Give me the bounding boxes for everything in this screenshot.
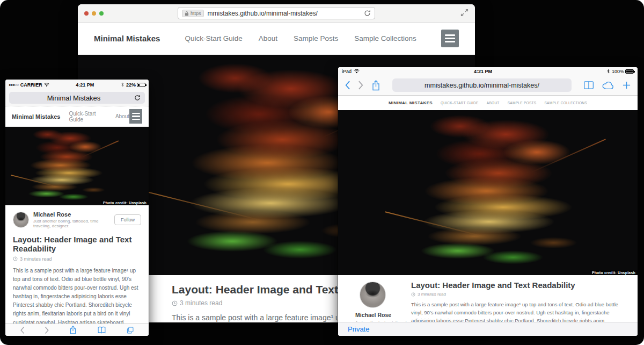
nav-sample-posts[interactable]: Sample Posts xyxy=(294,34,338,42)
avatar xyxy=(360,282,386,308)
site-masthead: Minimal Mistakes Quick-Start Guide About xyxy=(5,106,149,127)
nav-sample-collections[interactable]: Sample Collections xyxy=(544,101,587,105)
photo-credit: Photo credit: Unsplash xyxy=(590,270,638,275)
read-time: 3 minutes read xyxy=(180,299,222,307)
author-name: Michael Rose xyxy=(355,312,409,318)
lock-icon xyxy=(185,11,189,16)
battery-icon xyxy=(625,69,634,74)
post-title: Layout: Header Image and Text Readabilit… xyxy=(411,281,621,290)
nav-sample-posts[interactable]: Sample Posts xyxy=(508,101,537,105)
photo-credit: Photo credit: Unsplash xyxy=(101,200,149,205)
site-nav: Quick-Start Guide About Sample Posts Sam… xyxy=(185,34,416,42)
read-time: 3 minutes read xyxy=(418,292,446,297)
bluetooth-icon xyxy=(121,82,125,87)
signal-dots-icon: ●●●○○ xyxy=(9,83,19,87)
post-meta: 3 minutes read xyxy=(13,256,141,262)
refresh-icon[interactable] xyxy=(134,95,141,101)
post-meta: 3 minutes read xyxy=(411,292,621,297)
url-text: mmistakes.github.io/minimal-mistakes/ xyxy=(208,10,360,17)
window-controls xyxy=(84,11,104,16)
zoom-window-button[interactable] xyxy=(99,11,104,16)
autumn-leaves-photo xyxy=(5,128,123,205)
nav-quick-start-guide[interactable]: Quick-Start Guide xyxy=(69,111,106,123)
author-row: Michael Rose Just another boring, tattoo… xyxy=(13,211,141,228)
reading-list-icon[interactable] xyxy=(583,81,594,90)
minimize-window-button[interactable] xyxy=(92,11,96,16)
battery-icon xyxy=(137,83,145,87)
ipad-device: iPad 4:21 PM 100% mmistakes.github.io/mi… xyxy=(338,67,638,336)
https-badge: https xyxy=(182,10,204,17)
clock-icon xyxy=(411,292,415,297)
share-icon[interactable] xyxy=(69,325,77,335)
https-label: https xyxy=(191,11,201,16)
header-image: Photo credit: Unsplash xyxy=(5,127,149,205)
site-masthead: Minimal Mistakes Quick-Start Guide About… xyxy=(338,96,638,110)
battery-percent: 100% xyxy=(612,69,624,74)
forward-icon[interactable] xyxy=(358,80,364,90)
browser-chrome: https mmistakes.github.io/minimal-mistak… xyxy=(78,4,475,23)
battery-percent: 22% xyxy=(126,82,136,88)
header-image: Photo credit: Unsplash xyxy=(338,110,638,275)
nav-about[interactable]: About xyxy=(259,34,277,42)
back-icon[interactable] xyxy=(20,326,25,334)
forward-icon[interactable] xyxy=(45,326,49,334)
bookmarks-icon[interactable] xyxy=(97,326,106,334)
nav-quick-start-guide[interactable]: Quick-Start Guide xyxy=(185,34,242,42)
address-bar[interactable]: https mmistakes.github.io/minimal-mistak… xyxy=(178,7,375,19)
back-icon[interactable] xyxy=(345,80,350,90)
author-bio: Just another boring, tattooed, time trav… xyxy=(33,219,110,228)
private-button[interactable]: Private xyxy=(348,325,369,333)
wifi-icon xyxy=(44,83,49,87)
iphone-safari-urlbar: Minimal Mistakes xyxy=(5,90,149,106)
device-showcase: https mmistakes.github.io/minimal-mistak… xyxy=(0,0,644,345)
url-title: Minimal Mistakes xyxy=(13,94,134,102)
address-bar[interactable]: Minimal Mistakes xyxy=(9,92,145,104)
wifi-icon xyxy=(354,69,360,74)
device-label: iPad xyxy=(342,69,352,74)
clock-icon xyxy=(172,300,178,306)
fullscreen-icon[interactable] xyxy=(460,9,469,17)
nav-quick-start-guide[interactable]: Quick-Start Guide xyxy=(441,101,479,105)
new-tab-icon[interactable] xyxy=(622,81,631,90)
icloud-tabs-icon[interactable] xyxy=(602,81,614,90)
iphone-safari-toolbar xyxy=(5,324,149,336)
iphone-status-bar: ●●●○○ CARRIER 4:21 PM 22% xyxy=(5,80,149,90)
menu-toggle-button[interactable] xyxy=(441,30,459,47)
read-time: 3 minutes read xyxy=(20,256,52,262)
ipad-safari-toolbar: mmistakes.github.io/minimal-mistakes/ xyxy=(338,75,638,96)
post-body: This is a sample post with a large featu… xyxy=(13,267,141,324)
close-window-button[interactable] xyxy=(84,11,89,16)
author-name: Michael Rose xyxy=(33,211,110,218)
address-bar[interactable]: mmistakes.github.io/minimal-mistakes/ xyxy=(392,78,572,92)
autumn-leaves-photo xyxy=(374,113,613,275)
nav-about[interactable]: About xyxy=(487,101,500,105)
status-time: 4:21 PM xyxy=(360,69,606,74)
tabs-icon[interactable] xyxy=(126,326,134,334)
site-title[interactable]: Minimal Mistakes xyxy=(389,100,433,105)
avatar xyxy=(13,212,29,228)
nav-about[interactable]: About xyxy=(115,113,129,119)
refresh-icon[interactable] xyxy=(364,10,371,17)
iphone-article: Michael Rose Just another boring, tattoo… xyxy=(5,205,149,324)
private-browsing-bar: Private xyxy=(338,322,638,336)
follow-button[interactable]: Follow xyxy=(114,214,141,225)
site-masthead: Minimal Mistakes Quick-Start Guide About… xyxy=(78,23,475,55)
bluetooth-icon xyxy=(606,69,610,74)
ipad-status-bar: iPad 4:21 PM 100% xyxy=(338,67,638,75)
menu-toggle-button[interactable] xyxy=(129,109,142,124)
site-title[interactable]: Minimal Mistakes xyxy=(94,34,160,43)
share-icon[interactable] xyxy=(371,80,380,91)
iphone-device: ●●●○○ CARRIER 4:21 PM 22% Minimal Mistak… xyxy=(5,80,149,336)
clock-icon xyxy=(13,256,18,261)
post-title: Layout: Header Image and Text Readabilit… xyxy=(13,235,136,254)
nav-sample-collections[interactable]: Sample Collections xyxy=(354,34,416,42)
site-title[interactable]: Minimal Mistakes xyxy=(12,113,60,120)
status-time: 4:21 PM xyxy=(49,82,121,88)
carrier-label: CARRIER xyxy=(20,82,42,88)
